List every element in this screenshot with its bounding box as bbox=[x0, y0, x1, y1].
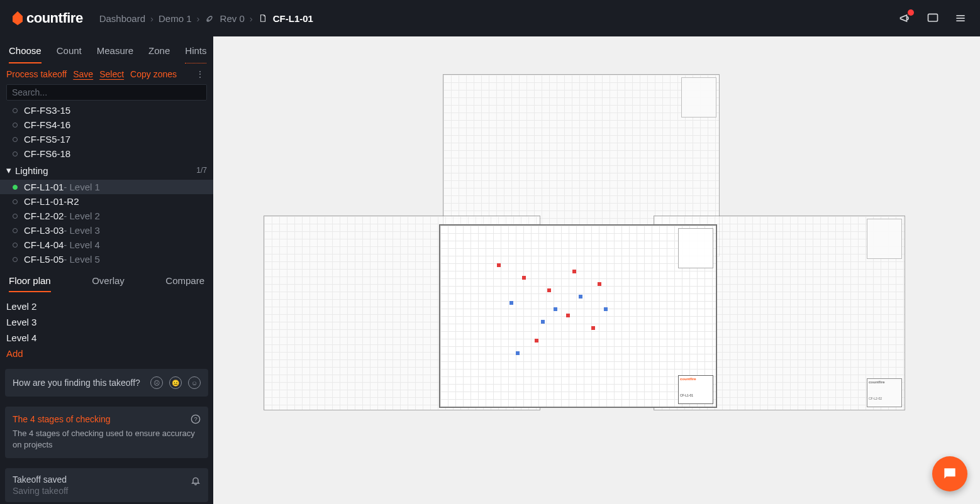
floor-item[interactable]: Level 3 bbox=[6, 314, 207, 330]
sad-face-icon[interactable]: ☹ bbox=[150, 376, 163, 389]
status-dot-icon bbox=[13, 123, 18, 128]
save-button[interactable]: Save bbox=[73, 69, 93, 79]
flame-icon bbox=[13, 11, 23, 25]
count-marker-icon bbox=[604, 307, 608, 311]
tab-compare[interactable]: Compare bbox=[165, 275, 204, 292]
tree-item[interactable]: CF-FS3-15 bbox=[0, 103, 213, 118]
tool-tabs: Choose Count Measure Zone Hints bbox=[0, 36, 213, 64]
tree-item[interactable]: CF-L1-01-R2 bbox=[0, 194, 213, 209]
tree-item[interactable]: CF-L4-04 - Level 4 bbox=[0, 238, 213, 252]
neutral-face-icon[interactable]: 😐 bbox=[169, 376, 182, 389]
chevron-right-icon: › bbox=[150, 13, 153, 24]
info-card[interactable]: The 4 stages of checking The 4 stages of… bbox=[5, 407, 208, 458]
count-marker-icon bbox=[547, 288, 551, 292]
announcements-icon[interactable] bbox=[898, 11, 912, 25]
status-dot-icon bbox=[13, 228, 18, 233]
chat-button[interactable] bbox=[932, 456, 967, 491]
menu-icon[interactable] bbox=[954, 11, 967, 25]
floor-item[interactable]: Level 2 bbox=[6, 299, 207, 314]
status-dot-icon bbox=[13, 257, 18, 262]
brand-name: countfire bbox=[26, 10, 83, 26]
status-dot-icon bbox=[13, 108, 18, 113]
tree-item[interactable]: CF-FS6-18 bbox=[0, 146, 213, 161]
drawing-sheet-active[interactable]: countfire CF-L1-01 bbox=[440, 225, 716, 407]
tree-group-label: Lighting bbox=[15, 165, 48, 176]
help-icon[interactable]: ? bbox=[191, 414, 201, 424]
drawing-legend bbox=[681, 77, 716, 118]
search-input[interactable] bbox=[6, 84, 207, 101]
floor-list: Level 2 Level 3 Level 4 Add bbox=[0, 292, 213, 364]
drawing-legend bbox=[867, 219, 902, 259]
breadcrumb-project[interactable]: Demo 1 bbox=[159, 13, 192, 24]
notification-dot bbox=[908, 9, 914, 16]
feedback-card: How are you finding this takeoff? ☹ 😐 ☺ bbox=[5, 369, 208, 397]
tree-group-lighting[interactable]: ▾ Lighting 1/7 bbox=[0, 161, 213, 180]
status-dot-icon bbox=[13, 151, 18, 156]
count-marker-icon bbox=[535, 339, 538, 342]
title-block: countfire CF-L2-02 bbox=[867, 378, 902, 407]
feedback-icon[interactable] bbox=[926, 11, 940, 25]
breadcrumb-current: CF-L1-01 bbox=[273, 13, 313, 24]
tab-choose[interactable]: Choose bbox=[9, 45, 42, 63]
breadcrumb: Dashboard › Demo 1 › Rev 0 › CF-L1-01 bbox=[99, 13, 313, 24]
tree-group-count: 1/7 bbox=[196, 166, 207, 175]
tab-floor-plan[interactable]: Floor plan bbox=[9, 275, 51, 292]
select-button[interactable]: Select bbox=[99, 69, 124, 79]
status-dot-icon bbox=[13, 214, 18, 219]
drawing-tree: CF-FS3-15 CF-FS4-16 CF-FS5-17 CF-FS6-18 … bbox=[0, 103, 213, 266]
add-floor-button[interactable]: Add bbox=[6, 346, 207, 361]
brand-logo[interactable]: countfire bbox=[13, 10, 83, 26]
tab-hints[interactable]: Hints bbox=[185, 45, 206, 63]
rocket-icon bbox=[205, 13, 215, 23]
info-card-title: The 4 stages of checking bbox=[13, 414, 201, 424]
count-marker-icon bbox=[497, 263, 501, 267]
status-line-2: Saving takeoff bbox=[13, 486, 201, 496]
svg-text:?: ? bbox=[194, 416, 197, 422]
drawing-legend bbox=[678, 228, 713, 268]
happy-face-icon[interactable]: ☺ bbox=[188, 376, 201, 389]
search-wrapper bbox=[0, 84, 213, 103]
info-card-desc: The 4 stages of checking used to ensure … bbox=[13, 428, 201, 451]
count-marker-icon bbox=[509, 301, 513, 305]
status-dot-icon bbox=[13, 137, 18, 142]
header-actions bbox=[898, 11, 967, 25]
count-marker-icon bbox=[541, 320, 545, 324]
view-tabs: Floor plan Overlay Compare bbox=[0, 266, 213, 292]
tree-item[interactable]: CF-L2-02 - Level 2 bbox=[0, 209, 213, 223]
breadcrumb-revision[interactable]: Rev 0 bbox=[220, 13, 245, 24]
main-layout: Choose Count Measure Zone Hints Process … bbox=[0, 36, 980, 504]
tree-item[interactable]: CF-FS5-17 bbox=[0, 132, 213, 146]
tree-item[interactable]: CF-L5-05 - Level 5 bbox=[0, 252, 213, 266]
status-dot-icon bbox=[13, 243, 18, 248]
count-marker-icon bbox=[554, 307, 557, 311]
tree-item[interactable]: CF-L3-03 - Level 3 bbox=[0, 223, 213, 238]
count-marker-icon bbox=[591, 326, 595, 330]
bell-icon[interactable] bbox=[191, 476, 201, 488]
count-marker-icon bbox=[572, 270, 576, 273]
tab-zone[interactable]: Zone bbox=[148, 45, 170, 63]
drawing-canvas[interactable]: countfire CF-L4-04 countfire CF-L3-03 co… bbox=[213, 36, 980, 504]
sidebar: Choose Count Measure Zone Hints Process … bbox=[0, 36, 213, 504]
copy-zones-button[interactable]: Copy zones bbox=[130, 69, 177, 79]
process-takeoff-button[interactable]: Process takeoff bbox=[6, 69, 67, 79]
tree-item[interactable]: CF-L1-01 - Level 1 bbox=[0, 180, 213, 194]
count-marker-icon bbox=[566, 314, 570, 317]
chevron-right-icon: › bbox=[250, 13, 253, 24]
tree-item[interactable]: CF-FS4-16 bbox=[0, 118, 213, 132]
more-actions-icon[interactable]: ⋮ bbox=[193, 69, 207, 79]
document-icon bbox=[258, 13, 268, 23]
chevron-right-icon: › bbox=[197, 13, 200, 24]
count-marker-icon bbox=[579, 295, 582, 299]
count-marker-icon bbox=[598, 282, 601, 286]
floor-item[interactable]: Level 4 bbox=[6, 330, 207, 346]
tab-measure[interactable]: Measure bbox=[97, 45, 133, 63]
actions-row: Process takeoff Save Select Copy zones ⋮ bbox=[0, 64, 213, 84]
status-line-1: Takeoff saved bbox=[13, 474, 201, 485]
tab-overlay[interactable]: Overlay bbox=[92, 275, 125, 292]
status-dot-icon bbox=[13, 185, 18, 190]
status-dot-icon bbox=[13, 199, 18, 204]
app-header: countfire Dashboard › Demo 1 › Rev 0 › C… bbox=[0, 0, 980, 36]
breadcrumb-dashboard[interactable]: Dashboard bbox=[99, 13, 145, 24]
count-marker-icon bbox=[516, 351, 520, 355]
tab-count[interactable]: Count bbox=[57, 45, 82, 63]
